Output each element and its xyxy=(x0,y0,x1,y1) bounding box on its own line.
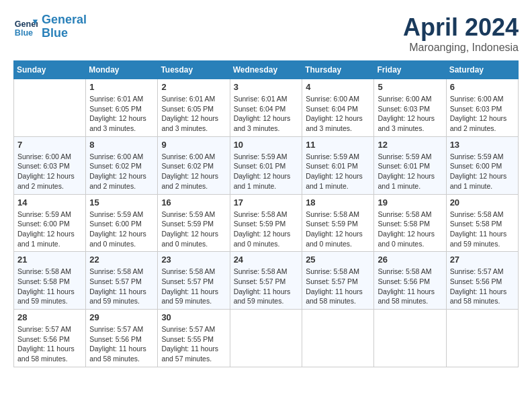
day-number: 25 xyxy=(306,255,370,265)
day-number: 11 xyxy=(306,140,370,150)
calendar-cell: 25 Sunrise: 5:58 AM Sunset: 5:57 PM Dayl… xyxy=(302,252,374,310)
day-number: 26 xyxy=(378,255,442,265)
logo-icon: General Blue xyxy=(13,15,38,39)
svg-text:Blue: Blue xyxy=(15,28,33,37)
calendar-cell: 20 Sunrise: 5:58 AM Sunset: 5:58 PM Dayl… xyxy=(446,194,518,252)
day-info: Sunrise: 5:59 AM Sunset: 6:00 PM Dayligh… xyxy=(89,210,154,249)
day-number: 10 xyxy=(234,140,299,150)
calendar-header: SundayMondayTuesdayWednesdayThursdayFrid… xyxy=(14,61,519,79)
logo: General Blue General Blue xyxy=(13,13,87,40)
location-title: Maroanging, Indonesia xyxy=(403,42,519,54)
weekday-header-tuesday: Tuesday xyxy=(158,61,230,79)
calendar-cell: 22 Sunrise: 5:58 AM Sunset: 5:57 PM Dayl… xyxy=(86,252,158,310)
calendar-cell: 26 Sunrise: 5:58 AM Sunset: 5:56 PM Dayl… xyxy=(374,252,446,310)
day-info: Sunrise: 6:00 AM Sunset: 6:03 PM Dayligh… xyxy=(378,94,442,134)
day-info: Sunrise: 5:59 AM Sunset: 6:01 PM Dayligh… xyxy=(234,152,299,191)
calendar-cell: 11 Sunrise: 5:59 AM Sunset: 6:01 PM Dayl… xyxy=(302,136,374,194)
day-info: Sunrise: 5:58 AM Sunset: 5:57 PM Dayligh… xyxy=(161,267,226,306)
day-number: 6 xyxy=(450,82,515,92)
calendar-cell xyxy=(302,310,374,367)
day-number: 12 xyxy=(378,140,442,150)
calendar-cell: 8 Sunrise: 6:00 AM Sunset: 6:02 PM Dayli… xyxy=(86,136,158,194)
calendar-cell xyxy=(446,310,518,367)
day-info: Sunrise: 5:57 AM Sunset: 5:56 PM Dayligh… xyxy=(450,267,515,306)
day-number: 9 xyxy=(161,140,226,150)
calendar-cell: 14 Sunrise: 5:59 AM Sunset: 6:00 PM Dayl… xyxy=(14,194,86,252)
day-number: 27 xyxy=(450,255,515,265)
day-number: 17 xyxy=(234,197,299,208)
day-number: 28 xyxy=(17,312,82,322)
day-info: Sunrise: 6:00 AM Sunset: 6:03 PM Dayligh… xyxy=(17,152,82,191)
day-number: 13 xyxy=(450,140,515,150)
calendar-cell: 21 Sunrise: 5:58 AM Sunset: 5:58 PM Dayl… xyxy=(14,252,86,310)
day-info: Sunrise: 5:58 AM Sunset: 5:59 PM Dayligh… xyxy=(306,210,370,249)
calendar-cell: 23 Sunrise: 5:58 AM Sunset: 5:57 PM Dayl… xyxy=(158,252,230,310)
day-number: 2 xyxy=(161,82,226,92)
calendar-cell xyxy=(14,79,86,137)
weekday-header-friday: Friday xyxy=(374,61,446,79)
weekday-header-row: SundayMondayTuesdayWednesdayThursdayFrid… xyxy=(14,61,519,79)
day-info: Sunrise: 6:01 AM Sunset: 6:04 PM Dayligh… xyxy=(234,94,299,134)
logo-blue: Blue xyxy=(42,26,68,40)
week-row-4: 21 Sunrise: 5:58 AM Sunset: 5:58 PM Dayl… xyxy=(14,252,519,310)
day-info: Sunrise: 5:59 AM Sunset: 5:59 PM Dayligh… xyxy=(161,210,226,249)
title-area: April 2024 Maroanging, Indonesia xyxy=(403,13,519,54)
day-number: 24 xyxy=(234,255,299,265)
day-number: 18 xyxy=(306,197,370,208)
day-number: 21 xyxy=(17,255,82,265)
day-info: Sunrise: 5:58 AM Sunset: 5:57 PM Dayligh… xyxy=(89,267,154,306)
calendar-cell: 4 Sunrise: 6:00 AM Sunset: 6:04 PM Dayli… xyxy=(302,79,374,137)
day-info: Sunrise: 6:01 AM Sunset: 6:05 PM Dayligh… xyxy=(161,94,226,134)
day-number: 15 xyxy=(89,197,154,208)
logo-general: General xyxy=(42,13,87,26)
day-number: 22 xyxy=(89,255,154,265)
week-row-2: 7 Sunrise: 6:00 AM Sunset: 6:03 PM Dayli… xyxy=(14,136,519,194)
day-info: Sunrise: 5:58 AM Sunset: 5:57 PM Dayligh… xyxy=(234,267,299,306)
calendar-cell: 15 Sunrise: 5:59 AM Sunset: 6:00 PM Dayl… xyxy=(86,194,158,252)
logo-text: General Blue xyxy=(42,13,87,40)
weekday-header-monday: Monday xyxy=(86,61,158,79)
day-info: Sunrise: 5:58 AM Sunset: 5:58 PM Dayligh… xyxy=(450,210,515,249)
calendar-cell: 13 Sunrise: 5:59 AM Sunset: 6:00 PM Dayl… xyxy=(446,136,518,194)
day-number: 5 xyxy=(378,82,442,92)
calendar-cell xyxy=(230,310,302,367)
calendar-cell: 1 Sunrise: 6:01 AM Sunset: 6:05 PM Dayli… xyxy=(86,79,158,137)
day-info: Sunrise: 5:59 AM Sunset: 6:01 PM Dayligh… xyxy=(378,152,442,191)
header: General Blue General Blue April 2024 Mar… xyxy=(13,13,519,54)
day-info: Sunrise: 5:59 AM Sunset: 6:00 PM Dayligh… xyxy=(450,152,515,191)
day-number: 23 xyxy=(161,255,226,265)
day-number: 29 xyxy=(89,312,154,322)
calendar-cell: 17 Sunrise: 5:58 AM Sunset: 5:59 PM Dayl… xyxy=(230,194,302,252)
day-info: Sunrise: 5:58 AM Sunset: 5:56 PM Dayligh… xyxy=(378,267,442,306)
calendar-cell: 30 Sunrise: 5:57 AM Sunset: 5:55 PM Dayl… xyxy=(158,310,230,367)
week-row-1: 1 Sunrise: 6:01 AM Sunset: 6:05 PM Dayli… xyxy=(14,79,519,137)
day-info: Sunrise: 5:59 AM Sunset: 6:00 PM Dayligh… xyxy=(17,210,82,249)
calendar-body: 1 Sunrise: 6:01 AM Sunset: 6:05 PM Dayli… xyxy=(14,79,519,367)
day-info: Sunrise: 6:00 AM Sunset: 6:02 PM Dayligh… xyxy=(89,152,154,191)
day-number: 3 xyxy=(234,82,299,92)
calendar-cell: 3 Sunrise: 6:01 AM Sunset: 6:04 PM Dayli… xyxy=(230,79,302,137)
day-number: 16 xyxy=(161,197,226,208)
day-info: Sunrise: 5:59 AM Sunset: 6:01 PM Dayligh… xyxy=(306,152,370,191)
calendar-cell: 9 Sunrise: 6:00 AM Sunset: 6:02 PM Dayli… xyxy=(158,136,230,194)
calendar-table: SundayMondayTuesdayWednesdayThursdayFrid… xyxy=(13,60,519,367)
day-info: Sunrise: 6:00 AM Sunset: 6:04 PM Dayligh… xyxy=(306,94,370,134)
day-number: 14 xyxy=(17,197,82,208)
day-info: Sunrise: 6:00 AM Sunset: 6:02 PM Dayligh… xyxy=(161,152,226,191)
calendar-cell: 18 Sunrise: 5:58 AM Sunset: 5:59 PM Dayl… xyxy=(302,194,374,252)
month-title: April 2024 xyxy=(403,13,519,42)
weekday-header-saturday: Saturday xyxy=(446,61,518,79)
calendar-cell: 5 Sunrise: 6:00 AM Sunset: 6:03 PM Dayli… xyxy=(374,79,446,137)
weekday-header-wednesday: Wednesday xyxy=(230,61,302,79)
week-row-3: 14 Sunrise: 5:59 AM Sunset: 6:00 PM Dayl… xyxy=(14,194,519,252)
day-number: 20 xyxy=(450,197,515,208)
day-info: Sunrise: 6:01 AM Sunset: 6:05 PM Dayligh… xyxy=(89,94,154,134)
day-info: Sunrise: 6:00 AM Sunset: 6:03 PM Dayligh… xyxy=(450,94,515,134)
calendar-cell: 12 Sunrise: 5:59 AM Sunset: 6:01 PM Dayl… xyxy=(374,136,446,194)
calendar-cell: 10 Sunrise: 5:59 AM Sunset: 6:01 PM Dayl… xyxy=(230,136,302,194)
calendar-cell: 7 Sunrise: 6:00 AM Sunset: 6:03 PM Dayli… xyxy=(14,136,86,194)
day-info: Sunrise: 5:58 AM Sunset: 5:58 PM Dayligh… xyxy=(378,210,442,249)
day-number: 7 xyxy=(17,140,82,150)
calendar-cell: 27 Sunrise: 5:57 AM Sunset: 5:56 PM Dayl… xyxy=(446,252,518,310)
day-info: Sunrise: 5:58 AM Sunset: 5:58 PM Dayligh… xyxy=(17,267,82,306)
